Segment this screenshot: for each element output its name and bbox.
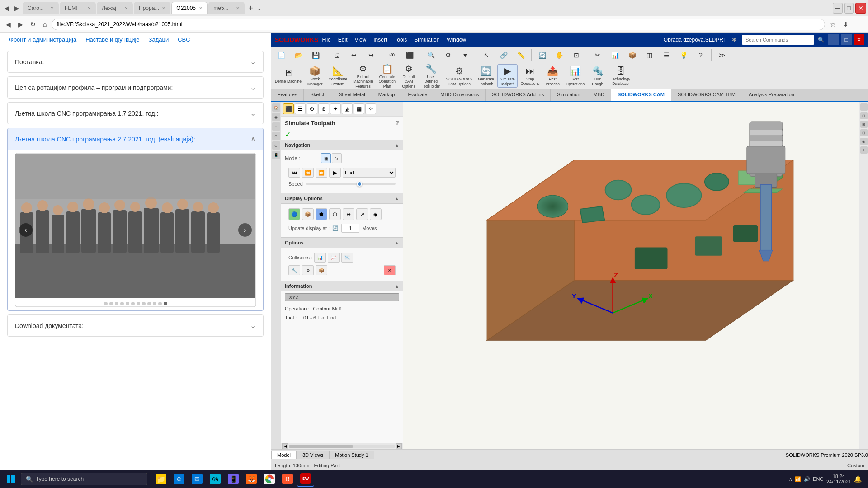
tb-rotate[interactable]: 🔄 [534, 48, 550, 62]
playback-play-button[interactable]: ▶ [329, 168, 341, 178]
sw-maximize-button[interactable]: □ [841, 34, 852, 45]
reload-button[interactable]: ↻ [28, 19, 38, 29]
disp-icon-5[interactable]: ⊕ [343, 208, 354, 220]
volume-icon[interactable]: 🔊 [804, 476, 810, 482]
checkmark-icon[interactable]: ✓ [281, 129, 403, 140]
playback-first-button[interactable]: ⏮ [288, 168, 300, 178]
tb-zoom-fit[interactable]: ⊡ [568, 48, 585, 62]
coll-icon-b[interactable]: ⚙ [302, 265, 314, 275]
help-icon[interactable]: ? [395, 119, 399, 127]
new-tab-button[interactable]: + [245, 4, 256, 13]
menu-insert[interactable]: Insert [373, 37, 387, 43]
h-scroll-left-button[interactable]: ◀ [282, 443, 288, 450]
mode-btn-1[interactable]: ▦ [321, 153, 331, 163]
nav-item-1[interactable]: Фронт и администрација [9, 36, 76, 43]
dot-8[interactable] [142, 302, 146, 305]
r-icon-2[interactable]: ⊡ [860, 112, 868, 119]
speed-handle[interactable] [357, 181, 362, 187]
tb-normal[interactable]: 📦 [624, 48, 640, 62]
view-left-icon[interactable]: ◉ [272, 113, 280, 121]
accordion-header-5[interactable]: Download документата: ⌄ [8, 315, 263, 336]
turn-rough-button[interactable]: 🔩 TurnRough [588, 64, 608, 88]
panel-icon-2[interactable]: ☰ [295, 103, 306, 114]
tab-sheetmetal[interactable]: Sheet Metal [332, 89, 372, 101]
browser-tab-6[interactable]: me5... ✕ [208, 2, 245, 14]
disp-icon-4[interactable]: ⬡ [329, 208, 341, 220]
navigation-section-header[interactable]: Navigation ▲ [281, 140, 403, 150]
tab-sw-addins[interactable]: SOLIDWORKS Add-Ins [486, 89, 551, 101]
default-cam-button[interactable]: ⚙ DefaultCAMOptions [399, 64, 419, 88]
browser-forward-btn[interactable]: ▶ [12, 3, 22, 13]
coll-icon-c[interactable]: 📦 [316, 265, 327, 275]
extract-features-button[interactable]: ⚙ ExtractMachinableFeatures [350, 64, 375, 88]
tb-section[interactable]: ✂ [590, 48, 606, 62]
accordion-header-2[interactable]: Цеп са ротацијом профила – програм и под… [8, 77, 263, 98]
sw-viewport[interactable]: Z X Y [403, 102, 868, 449]
tab-analysis-preparation[interactable]: Analysis Preparation [742, 89, 801, 101]
coordinate-system-button[interactable]: 📐 CoordinateSystem [326, 64, 350, 88]
panel-icon-5[interactable]: ✦ [330, 103, 341, 114]
taskbar-app-store[interactable]: 🛍 [207, 471, 223, 487]
dot-4[interactable] [120, 302, 124, 305]
accordion-header-1[interactable]: Поставка: ⌄ [8, 51, 263, 72]
motion-study-tab[interactable]: Motion Study 1 [329, 451, 374, 459]
disp-icon-7[interactable]: ◉ [370, 208, 382, 220]
tb-measure[interactable]: 📏 [513, 48, 529, 62]
post-process-button[interactable]: 📤 PostProcess [542, 64, 562, 88]
tab-markup[interactable]: Markup [372, 89, 402, 101]
tb-help[interactable]: ? [693, 48, 709, 62]
nav-item-3[interactable]: Задаци [149, 36, 169, 43]
dot-10[interactable] [153, 302, 156, 305]
time-block[interactable]: 18:24 24/11/2021 [826, 474, 851, 484]
tab-mbd[interactable]: MBD [587, 89, 611, 101]
taskbar-app-chrome[interactable] [261, 471, 278, 487]
browser-tab-2[interactable]: FEM! ✕ [60, 2, 96, 14]
model-tab[interactable]: Model [271, 451, 297, 459]
taskbar-app-firefox[interactable]: 🦊 [243, 471, 259, 487]
sw-cam-options-button[interactable]: ⚙ SOLIDWORKSCAM Options [443, 64, 475, 88]
tb-display1[interactable]: ◫ [641, 48, 657, 62]
tab-swcam[interactable]: SOLIDWORKS CAM [611, 89, 671, 101]
disp-icon-1[interactable]: 🔵 [288, 208, 300, 220]
disp-icon-3[interactable]: ⬟ [316, 208, 327, 220]
tb-save[interactable]: 💾 [307, 48, 324, 62]
tab-simulation[interactable]: Simulation [551, 89, 587, 101]
tb-light[interactable]: 💡 [675, 48, 692, 62]
app-left-icon[interactable]: 📱 [272, 151, 280, 159]
dot-11[interactable] [158, 302, 162, 305]
tab-close-6[interactable]: ✕ [236, 6, 240, 11]
dot-12[interactable] [164, 302, 167, 305]
tb-move[interactable]: ✋ [551, 48, 567, 62]
panel-icon-4[interactable]: ⊕ [318, 103, 329, 114]
tb-view2[interactable]: ⬛ [401, 48, 418, 62]
taskbar-app-mail[interactable]: ✉ [189, 471, 205, 487]
menu-edit[interactable]: Edit [338, 37, 348, 43]
close-browser[interactable]: ✕ [855, 3, 866, 14]
carousel-prev-button[interactable]: ‹ [19, 223, 33, 237]
tab-evaluate[interactable]: Evaluate [401, 89, 434, 101]
forward-button[interactable]: ▶ [16, 19, 25, 29]
r-icon-3[interactable]: ⊞ [860, 121, 868, 128]
back-button[interactable]: ◀ [4, 19, 13, 29]
sw-search-input[interactable] [742, 35, 814, 45]
tab-close-2[interactable]: ✕ [87, 6, 91, 11]
dot-7[interactable] [137, 302, 140, 305]
update-value-input[interactable] [341, 224, 359, 233]
tb-view1[interactable]: 👁 [384, 48, 401, 62]
tb-view3[interactable]: 📊 [607, 48, 623, 62]
r-icon-1[interactable]: ☰ [860, 103, 868, 111]
panel-icon-8[interactable]: ✧ [365, 103, 376, 114]
tb-smart[interactable]: 🔗 [495, 48, 512, 62]
taskbar-app-explorer[interactable]: 📁 [153, 471, 169, 487]
menu-tools[interactable]: Tools [394, 37, 407, 43]
dot-6[interactable] [131, 302, 135, 305]
browser-back-btn[interactable]: ◀ [2, 3, 11, 13]
generate-toolpath-button[interactable]: 🔄 GenerateToolpath [475, 64, 496, 88]
menu-file[interactable]: File [322, 37, 330, 43]
options-section-header[interactable]: Options ▲ [281, 237, 403, 248]
sw-minimize-button[interactable]: ─ [828, 34, 839, 45]
stock-manager-button[interactable]: 📦 StockManager [305, 64, 326, 88]
browser-tab-3[interactable]: Лежај ✕ [97, 2, 133, 14]
tab-features[interactable]: Features [271, 89, 304, 101]
r-icon-6[interactable]: ✧ [860, 146, 868, 154]
